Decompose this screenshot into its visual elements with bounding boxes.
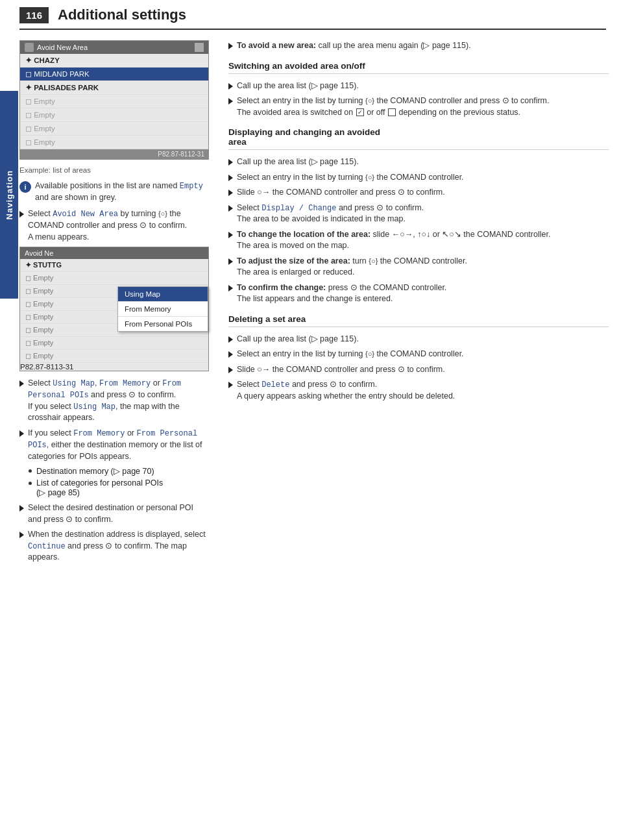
bullet-text: If you select From Memory or From Per­so… (28, 428, 209, 462)
bullet-text: Select an entry in the list by turning {… (237, 349, 464, 360)
bullet-triangle (228, 258, 233, 265)
checkbox-checked-icon (356, 108, 364, 116)
code-using-map2: Using Map (73, 402, 115, 412)
list-item: ◻ Empty (20, 108, 208, 122)
bullet-triangle (228, 190, 233, 196)
screenshot2-titlebar: Avoid Ne (20, 247, 208, 259)
right-column: To avoid a new area: call up the area me… (221, 40, 609, 567)
empty-code: Empty (180, 182, 203, 191)
bullet-triangle (19, 430, 24, 437)
screenshot1-titlebar: Avoid New Area (20, 41, 208, 54)
menu-item-using-map: Using Map (118, 287, 208, 302)
controller-icon: {○} (158, 209, 167, 219)
bullet-text: Select Display / Change and press ⊙ to c… (237, 203, 424, 225)
bullet-item: To confirm the change: press ⊙ the COMAN… (228, 282, 609, 305)
bullet-triangle (228, 175, 233, 181)
bullet-text: Select the desired destination or person… (28, 502, 209, 525)
page-number: 116 (19, 7, 49, 23)
info-box: i Available positions in the list are na… (19, 180, 209, 203)
controller-icon: {○} (365, 173, 374, 182)
bullet-item: If you select From Memory or From Per­so… (19, 428, 209, 462)
nav-tab: Navigation (0, 91, 18, 299)
dot-bullet (29, 482, 32, 485)
code-using-map: Using Map (53, 379, 95, 388)
list-item: ◻ Empty (20, 95, 208, 108)
checkbox-empty-icon (388, 108, 396, 116)
bullet-text: Call up the area list (▷ page 115). (237, 334, 359, 345)
bullet-item: Select Using Map, From Memory or From Pe… (19, 378, 209, 424)
bullet-item: Call up the area list (▷ page 115). (228, 80, 609, 92)
section-heading-displaying: Displaying and changing an avoidedarea (228, 127, 609, 150)
controller-icon: {○} (365, 96, 374, 106)
controller-icon: {○} (365, 349, 374, 359)
bullet-text: When the destination address is displaye… (28, 529, 209, 563)
bullet-text: To change the location of the area: slid… (237, 229, 550, 252)
list-item: ✦ PALISADES PARK (20, 81, 208, 95)
bullet-triangle (228, 159, 233, 166)
bullet-text: To confirm the change: press ⊙ the COMAN… (237, 282, 446, 305)
list-item: ◻ Empty (20, 136, 208, 149)
left-column: Avoid New Area ✦ CHAZY ◻ MIDLAND PARK ✦ … (19, 40, 221, 567)
bullet-item: Select an entry in the list by turning {… (228, 95, 609, 118)
bullet-text: Select Using Map, From Memory or From Pe… (28, 378, 209, 424)
page-header: 116 Additional settings (19, 0, 606, 30)
list-item: ◻ MIDLAND PARK (20, 68, 208, 81)
screenshot2-footer: P82.87-8113-31 (20, 363, 208, 371)
bullet-triangle (228, 43, 233, 49)
dot-text: Destination memory (▷ page 70) (36, 466, 154, 476)
list-item: ✦ CHAZY (20, 54, 208, 68)
dot-item: List of categories for personal POIs(▷ p… (29, 478, 209, 497)
dot-bullet (29, 469, 32, 473)
bullet-triangle (19, 505, 24, 512)
list-item: ◻ Empty (20, 337, 208, 350)
bullet-item: When the destination address is displaye… (19, 529, 209, 563)
bullet-text: To adjust the size of the area: turn {○}… (237, 256, 467, 278)
section-heading-deleting: Deleting a set area (228, 314, 609, 327)
list-item: ◻ Empty (20, 122, 208, 136)
bullet-triangle (19, 532, 24, 538)
controller-icon: {○} (369, 256, 378, 266)
code-display-change: Display / Change (261, 204, 336, 213)
bullet-triangle (228, 205, 233, 212)
bullet-text: Select Avoid New Area by turning {○} the… (28, 208, 209, 243)
bullet-triangle (19, 211, 24, 217)
bullet-triangle (228, 382, 233, 388)
overlay-menu: Using Map From Memory From Personal POIs (117, 286, 208, 332)
info-text: Available positions in the list are name… (35, 180, 209, 203)
bullet-item: Select Avoid New Area by turning {○} the… (19, 208, 209, 243)
bullet-item: To change the location of the area: slid… (228, 229, 609, 252)
list-item: ◻ Empty (20, 350, 208, 363)
bullet-item: Slide ○→ the COMAND controller and press… (228, 187, 609, 199)
bullet-item: Select the desired destination or person… (19, 502, 209, 525)
bullet-triangle (228, 285, 233, 291)
code-continue: Continue (28, 542, 66, 551)
bullet-triangle (228, 98, 233, 105)
screenshot1-title: Avoid New Area (37, 43, 88, 51)
bullet-text: Slide ○→ the COMAND controller and press… (237, 187, 445, 199)
bullet-text: Slide ○→ the COMAND controller and press… (237, 364, 445, 376)
bullet-text: Call up the area list (▷ page 115). (237, 156, 359, 168)
screenshot-avoid-new-area: Avoid New Area ✦ CHAZY ◻ MIDLAND PARK ✦ … (19, 40, 209, 160)
code-from-memory2: From Memory (73, 429, 125, 438)
bullet-triangle (228, 351, 233, 358)
info-icon: i (19, 181, 31, 193)
code-from-memory: From Memory (99, 379, 151, 388)
dot-text: List of categories for personal POIs(▷ p… (36, 478, 163, 497)
bullet-triangle (228, 367, 233, 373)
menu-item-from-personal-pois: From Personal POIs (118, 317, 208, 331)
screenshot1-footer: P82.87-8112-31 (20, 149, 208, 159)
section-heading-switching: Switching an avoided area on/off (228, 61, 609, 74)
bullet-item: Select an entry in the list by turning {… (228, 172, 609, 184)
bullet-triangle (228, 336, 233, 343)
bullet-text: Select an entry in the list by turning {… (237, 95, 549, 118)
bullet-triangle (19, 380, 24, 387)
screenshot1-icon (25, 43, 34, 52)
bullet-triangle (228, 83, 233, 90)
page-title: Additional settings (58, 6, 186, 23)
screenshot2-title: Avoid Ne (25, 249, 53, 257)
list-item: ◻ Empty (20, 272, 208, 285)
bullet-item: Select Display / Change and press ⊙ to c… (228, 203, 609, 225)
screenshot-avoid-ne: Avoid Ne ✦ STUTTG ◻ Empty ◻ Empty ◻ Empt… (19, 247, 209, 371)
bullet-text: Call up the area list (▷ page 115). (237, 80, 359, 92)
screenshot1-close (195, 43, 204, 52)
